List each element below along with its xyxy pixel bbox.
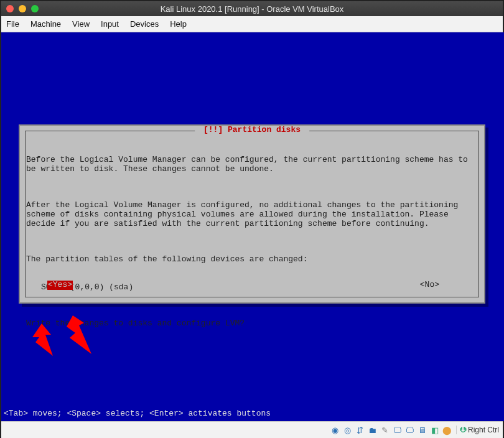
menu-help[interactable]: Help [170, 19, 187, 29]
display-icon[interactable]: 🖵 [405, 425, 415, 435]
host-key-label: Right Ctrl [468, 426, 499, 434]
vm-framebuffer[interactable]: [!!] Partition disks Before the Logical … [1, 32, 504, 421]
vm-window: Kali Linux 2020.1 [Running] - Oracle VM … [1, 1, 503, 437]
dialog-body: Before the Logical Volume Manager can be… [26, 137, 478, 355]
minimize-button[interactable] [19, 5, 26, 12]
dialog-paragraph-2: After the Logical Volume Manager is conf… [26, 201, 478, 229]
menu-input[interactable]: Input [101, 19, 119, 29]
menu-machine[interactable]: Machine [30, 19, 61, 29]
recording-icon[interactable]: 🖥 [418, 425, 427, 435]
titlebar: Kali Linux 2020.1 [Running] - Oracle VM … [1, 1, 503, 16]
dialog-paragraph-3: The partition tables of the following de… [26, 255, 478, 264]
menubar: File Machine View Input Devices Help [1, 16, 503, 32]
dialog-question: Write the changes to disks and configure… [26, 319, 478, 328]
dialog-buttons: <Yes> <No> [47, 281, 439, 290]
keybinding-hint: <Tab> moves; <Space> selects; <Enter> ac… [4, 409, 271, 419]
usb-icon[interactable]: ⇵ [355, 425, 365, 435]
close-button[interactable] [6, 5, 14, 12]
shared-folders-icon[interactable]: 🖿 [368, 425, 378, 435]
mouse-integration-icon[interactable]: ⬤ [442, 425, 452, 435]
statusbar: ◉ ◎ ⇵ 🖿 ✎ 🖵 🖵 🖥 ◧ ⬤ ⮋ Right Ctrl [1, 421, 503, 438]
menu-view[interactable]: View [72, 19, 90, 29]
window-title: Kali Linux 2020.1 [Running] - Oracle VM … [161, 4, 344, 14]
dialog-paragraph-1: Before the Logical Volume Manager can be… [26, 156, 478, 174]
zoom-button[interactable] [31, 5, 39, 12]
partition-dialog: [!!] Partition disks Before the Logical … [19, 124, 485, 304]
network-icon[interactable]: 🖵 [393, 425, 403, 435]
dialog-title: [!!] Partition disks [195, 126, 309, 135]
host-key-indicator: ⮋ Right Ctrl [456, 426, 499, 434]
features-icon[interactable]: ◧ [430, 425, 440, 435]
menu-file[interactable]: File [6, 19, 19, 29]
yes-button[interactable]: <Yes> [47, 281, 73, 290]
hard-disk-icon[interactable]: ◉ [330, 425, 340, 435]
host-key-arrow-icon: ⮋ [459, 426, 467, 434]
optical-drive-icon[interactable]: ◎ [343, 425, 353, 435]
menu-devices[interactable]: Devices [130, 19, 159, 29]
audio-icon[interactable]: ✎ [380, 425, 390, 435]
no-button[interactable]: <No> [420, 281, 439, 290]
window-controls [6, 5, 39, 12]
